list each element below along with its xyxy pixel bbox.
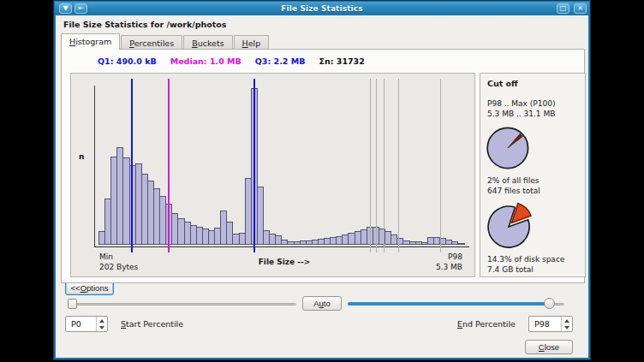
y-axis-line — [94, 86, 95, 246]
files-cutoff-pie-chart — [486, 124, 534, 172]
q3-marker-line — [253, 79, 255, 252]
p-marker-marker-line — [370, 79, 371, 252]
spin-down-icon[interactable] — [97, 324, 107, 332]
stats-row: Q1: 490.0 kB Median: 1.0 MB Q3: 2.2 MB Σ… — [98, 56, 365, 66]
x-axis-max-caption: P98 5.3 MB — [99, 252, 462, 272]
p98-label: P98 — [99, 252, 462, 262]
window-title: File Size Statistics — [55, 4, 589, 13]
tab-histogram[interactable]: Histogram — [61, 33, 120, 50]
disk-cutoff-pie-chart — [486, 201, 537, 251]
tab-buckets[interactable]: Buckets — [183, 35, 232, 50]
cutoff-range-1: P98 .. Max (P100) — [487, 98, 578, 109]
end-percentile-label: End Percentile — [457, 319, 516, 329]
median-marker-line — [168, 79, 170, 252]
spin-down-icon[interactable] — [562, 324, 572, 332]
median-stat: Median: 1.0 MB — [170, 56, 242, 66]
auto-button[interactable]: Auto — [302, 296, 342, 311]
start-percentile-slider[interactable] — [68, 298, 296, 310]
cutoff-disk-total: 7.4 GB total — [487, 264, 578, 275]
end-percentile-spinbox[interactable]: P98 — [528, 316, 573, 332]
cutoff-files-total: 647 files total — [487, 186, 578, 196]
q3-stat: Q3: 2.2 MB — [255, 56, 306, 66]
window-stick-icon[interactable]: ⇤ — [75, 3, 87, 14]
p-marker-marker-line — [384, 79, 385, 252]
close-button[interactable]: Close — [525, 340, 573, 354]
window-menu-icon[interactable]: ▼ — [59, 3, 72, 14]
end-percentile-slider[interactable] — [348, 298, 564, 310]
maximize-icon[interactable]: □ — [557, 3, 569, 14]
spin-buttons — [96, 317, 107, 331]
y-axis-label: n — [79, 152, 84, 161]
slider-groove — [68, 303, 296, 306]
histogram-tab-page: Q1: 490.0 kB Median: 1.0 MB Q3: 2.2 MB Σ… — [61, 49, 585, 283]
cutoff-disk-pct: 14.3% of disk space — [487, 254, 578, 264]
slider-handle[interactable] — [68, 299, 77, 309]
spin-buttons — [561, 317, 572, 331]
p98-value: 5.3 MB — [99, 262, 462, 272]
spin-up-icon[interactable] — [97, 317, 107, 324]
start-percentile-value: P0 — [71, 319, 81, 329]
file-size-statistics-window: File Size Statistics ▼ ⇤ □ ✕ File Size S… — [53, 0, 591, 360]
spin-up-icon[interactable] — [562, 317, 572, 324]
sum-stat: Σn: 31732 — [319, 56, 364, 66]
histogram-bars — [98, 82, 465, 245]
histogram-bar — [457, 243, 464, 245]
tab-help[interactable]: Help — [234, 35, 270, 50]
slider-fill — [348, 302, 549, 306]
tab-bar: Histogram Percentiles Buckets Help — [61, 33, 270, 50]
titlebar[interactable]: File Size Statistics ▼ ⇤ □ ✕ — [55, 2, 589, 15]
cutoff-files-pct: 2% of all files — [487, 175, 578, 186]
tab-percentiles[interactable]: Percentiles — [121, 35, 182, 50]
q1-marker-line — [131, 79, 133, 252]
x-axis-line — [94, 246, 469, 247]
page-title: File Size Statistics for /work/photos — [63, 20, 226, 29]
desktop-background: File Size Statistics ▼ ⇤ □ ✕ File Size S… — [0, 0, 644, 362]
slider-handle[interactable] — [544, 298, 555, 309]
cutoff-title: Cut off — [487, 79, 578, 88]
cutoff-range-2: 5.3 MB .. 31.1 MB — [487, 109, 578, 119]
start-percentile-spinbox[interactable]: P0 — [65, 316, 108, 332]
p-marker-marker-line — [440, 79, 441, 252]
q1-stat: Q1: 490.0 kB — [98, 56, 157, 66]
cutoff-panel: Cut off P98 .. Max (P100) 5.3 MB .. 31.1… — [480, 73, 586, 277]
close-icon[interactable]: ✕ — [574, 3, 587, 14]
p-marker-marker-line — [376, 79, 377, 252]
p-marker-marker-line — [398, 79, 399, 252]
histogram-panel: n Min 202 Bytes File Size --> P98 5.3 MB — [70, 73, 475, 277]
start-percentile-label: Start Percentile — [121, 319, 183, 329]
end-percentile-value: P98 — [534, 319, 550, 329]
